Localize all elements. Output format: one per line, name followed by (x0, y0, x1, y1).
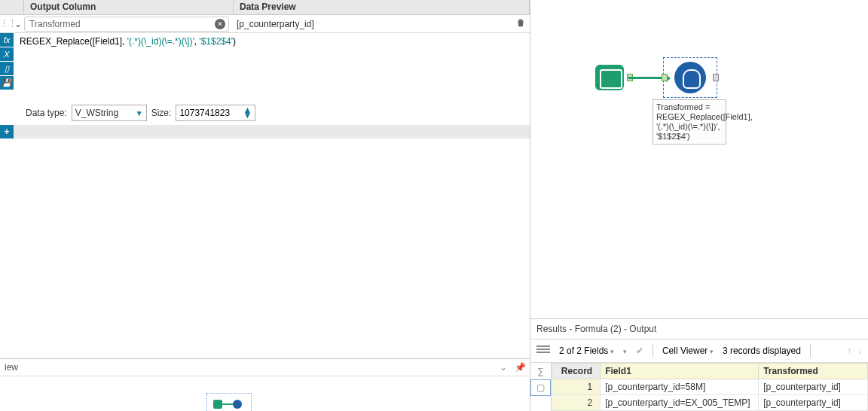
chevron-down-icon: ▼ (136, 109, 143, 117)
fields-dropdown[interactable]: 2 of 2 Fields (559, 346, 614, 356)
output-anchor-icon[interactable] (713, 74, 719, 81)
formula-fn: REGEX_Replace (20, 36, 90, 47)
spin-down-icon[interactable]: ▼ (243, 113, 252, 118)
col-transformed[interactable]: Transformed (759, 364, 868, 379)
size-value: 1073741823 (179, 108, 230, 118)
overview-collapse-icon[interactable]: ⌄ (500, 362, 507, 373)
output-column-select[interactable]: Transformed ✕ (24, 17, 229, 32)
datatype-value: V_WString (75, 108, 118, 118)
overview-pin-icon[interactable]: 📌 (515, 362, 526, 373)
trash-icon (515, 17, 526, 28)
results-grid[interactable]: Record Field1 Transformed 1 [p_counterpa… (552, 363, 868, 411)
overview-label: iew (5, 362, 18, 373)
header-output-column: Output Column (24, 0, 234, 14)
move-down-icon[interactable]: ↓ (857, 346, 862, 356)
output-column-value: Transformed (29, 19, 81, 29)
x-var-icon[interactable]: X (0, 47, 14, 61)
data-preview-value: [p_counterparty_id] (234, 19, 512, 29)
overview-canvas[interactable] (11, 376, 520, 411)
clear-output-icon[interactable]: ✕ (215, 19, 225, 29)
input-anchor-icon[interactable] (662, 74, 668, 81)
data-view-icon[interactable]: ▢ (530, 379, 551, 396)
formula-editor[interactable]: REGEX_Replace([Field1], '(.*)(\_id)(\=.*… (14, 33, 530, 101)
apply-check-icon[interactable]: ✔ (636, 346, 643, 356)
metadata-view-icon[interactable]: ∑ (530, 363, 551, 379)
folder-icon[interactable]: ▯ (0, 62, 14, 75)
header-data-preview: Data Preview (234, 0, 530, 14)
fields-menu-caret[interactable] (623, 346, 627, 356)
datatype-label: Data type: (26, 108, 67, 118)
size-stepper[interactable]: 1073741823 ▲▼ (176, 105, 255, 121)
size-label: Size: (151, 108, 172, 118)
table-row: 2 [p_counterparty_id=EX_005_TEMP] [p_cou… (552, 395, 868, 411)
editor-icon-rail: fx X ▯ 💾 (0, 33, 14, 101)
datatype-select[interactable]: V_WString ▼ (72, 105, 147, 121)
results-toolbar: 2 of 2 Fields ✔ Cell Viewer 3 records di… (530, 339, 868, 363)
workflow-canvas[interactable]: Transformed = REGEX_Replace([Field1], '(… (530, 0, 868, 318)
input-tool-node[interactable] (595, 65, 628, 93)
add-expression-button[interactable]: + (0, 125, 14, 139)
delete-row-button[interactable] (512, 17, 530, 30)
records-summary: 3 records displayed (723, 346, 801, 356)
overview-input-node-icon (213, 400, 222, 409)
col-field1[interactable]: Field1 (601, 364, 759, 379)
config-header: Output Column Data Preview (0, 0, 530, 15)
list-view-icon[interactable] (536, 346, 550, 356)
expand-chevron-icon[interactable]: ⌄ (12, 19, 24, 29)
move-up-icon[interactable]: ↑ (847, 346, 851, 356)
row-handle-icon[interactable]: ⋮⋮ (0, 19, 12, 29)
fx-icon[interactable]: fx (0, 33, 14, 47)
cell-viewer-dropdown[interactable]: Cell Viewer (662, 346, 714, 356)
formula-tool-node[interactable]: Transformed = REGEX_Replace([Field1], '(… (663, 57, 717, 145)
save-icon[interactable]: 💾 (0, 76, 14, 90)
overview-viewport[interactable] (206, 393, 252, 411)
formula-node-caption: Transformed = REGEX_Replace([Field1], '(… (653, 99, 726, 145)
col-record[interactable]: Record (552, 364, 601, 379)
table-row: 1 [p_counterparty_id=58M] [p_counterpart… (552, 379, 868, 395)
input-tool-icon (595, 65, 624, 90)
overview-formula-node-icon (233, 400, 242, 409)
results-title: Results - Formula (2) - Output (530, 319, 868, 339)
formula-tool-icon (674, 62, 706, 93)
overview-link-icon (222, 403, 233, 405)
